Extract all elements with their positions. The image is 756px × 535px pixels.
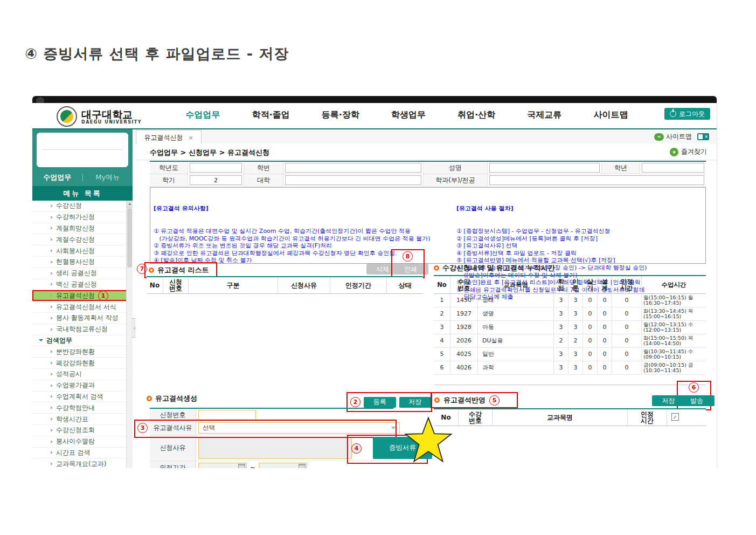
notice-line: ① [종합정보시스템] - 수업업무 - 신청업무 - 유고결석신청 [456,228,702,235]
sidebar-menu-item[interactable]: 국내학점교류신청 [32,324,133,335]
sidebar-menu-item[interactable]: 수강신청 [32,201,133,212]
sidebar-menu-item[interactable]: 백신 공결신청 [32,279,133,291]
sidebar-tab-mymenu[interactable]: My메뉴 [83,173,133,182]
sidebar-menu-item[interactable]: 성적공시 [32,369,133,380]
cell-no: 6 [434,361,450,374]
cell-name: DU실용 [478,334,554,347]
sidebar-menu-item[interactable]: 계절수강신청 [32,234,133,245]
tab-bar: 유고결석신청 × ≡ 사이트맵 ✕ [136,129,717,145]
sidebar-menu-item[interactable]: 학생시간표 [32,414,133,425]
course-row: 3 1928 아동 3 3 0 0 0 월(12:00~13:15) 수(12:… [434,321,706,334]
sidebar-item-label: 백신 공결신청 [56,280,97,289]
period-end-input[interactable] [259,463,307,468]
nav-item[interactable]: 사이트맵 [593,109,628,121]
cell-credit: 3 [554,321,568,334]
sidebar-menu-item[interactable]: 사회봉사신청 [32,245,133,257]
favorite-label: 즐겨찾기 [681,147,707,156]
close-icon[interactable]: × [188,134,193,141]
student-id-input[interactable] [285,163,421,173]
college-input[interactable] [285,175,421,185]
nav-item[interactable]: 학적·졸업 [252,109,290,121]
cell-time: 화(13:30~14:45) 목(15:00~16:15) [642,307,706,320]
select-all-checkbox[interactable]: ✓ [671,413,679,421]
arrow-icon [51,294,53,297]
notice-line: ③ [유고결석사유] 선택 [456,242,702,250]
sidebar-menu-item[interactable]: 유고결석신청서 서식 [32,301,133,313]
sidebar-menu-item[interactable]: 수업계획서 검색 [32,392,133,403]
annotation-circle-5: 5 [489,395,500,406]
favorite-button[interactable]: ★ 즐겨찾기 [670,147,707,156]
grade-input[interactable] [642,163,704,173]
sidebar-item-label: 검색업무 [46,336,72,345]
sidebar-menu-item[interactable]: 봉사 활동계획서 작성 [32,313,133,324]
arrow-icon [51,406,53,409]
save-button[interactable]: 저장 [399,397,432,408]
sidebar-menu-item[interactable]: 생리 공결신청 [32,268,133,279]
send-button[interactable]: 발송 [679,395,715,406]
annotation-box-apply: 유고결석반영 5 [431,392,518,408]
calendar-icon[interactable] [238,464,245,468]
close-all-windows-icon[interactable]: ✕ [697,133,709,140]
sidebar-item-label: 봉사 활동계획서 작성 [56,313,119,323]
register-button[interactable]: 등록 [364,397,396,408]
sidebar-item-label: 봉사이수열람 [56,437,95,446]
sidebar-menu-item[interactable]: 분반강좌현황 [32,346,133,358]
logout-button[interactable]: 로그아웃 [664,108,710,120]
sidebar-menu-item[interactable]: 시간표 검색 [32,448,133,459]
apply-no-input[interactable] [198,410,256,420]
scroll-up-icon[interactable] [127,201,133,208]
notice-line: ④ [증빙서류]선택 후 파일 업로드 - 저장 클릭 [456,250,702,257]
column-header: 실 기 [583,276,598,293]
scroll-thumb[interactable] [127,208,132,268]
sidebar-menu-item[interactable]: 봉사이수열람 [32,436,133,448]
cell-no: 1 [434,294,450,307]
period-start-input[interactable] [198,463,247,468]
course-table-title: 수강신청내역 및 유고결석 누적시간 [434,263,555,273]
sidebar-tab-work[interactable]: 수업업무 [32,173,82,182]
nav-item[interactable]: 수업업무 [186,109,220,121]
sidebar-menu-item[interactable]: 수강허가신청 [32,212,133,223]
column-header: 수업시간 [642,276,706,293]
sidebar-menu-item[interactable]: 계절희망신청 [32,223,133,235]
breadcrumb-row: 수업업무 > 신청업무 > 유고결석신청 ★ 즐겨찾기 [136,144,717,160]
page-title: ④ 증빙서류 선택 후 파일업로드 - 저장 [25,44,289,64]
tab-absence-application[interactable]: 유고결석신청 × [136,130,202,145]
divider [42,149,123,150]
sidebar-item-label: 생리 공결신청 [56,269,97,278]
cell-credit: 2 [554,334,568,347]
nav-item[interactable]: 학생업무 [391,109,426,121]
sidebar-menu-item[interactable]: 수강학점안내 [32,402,133,414]
annotation-circle-8: 8 [403,251,413,262]
semester-input[interactable]: 2 [190,175,242,185]
main-nav: 수업업무학적·졸업등록·장학학생업무취업·산학국제교류사이트맵 [170,103,644,127]
column-header: No [434,276,450,293]
major-input[interactable] [489,175,704,185]
sidebar-menu-item[interactable]: 수업평가결과 [32,380,133,392]
notice-right-title: [유고결석 사용 절차] [456,205,702,212]
cell-no: 4 [434,334,450,347]
section-bullet-icon [434,397,440,403]
sidebar-menu-item[interactable]: 유고결석신청 1 [32,290,133,301]
cell-practice: 0 [583,307,598,320]
sidebar-menu-item[interactable]: 폐강강좌현황 [32,358,133,369]
sidebar-menu-item[interactable]: 수강신청조회 [32,425,133,436]
sidebar-menu-item[interactable]: 교과목개요(교과) [32,458,133,468]
sidebar-menu-item[interactable]: 헌혈봉사신청 [32,257,133,268]
cell-code: 1450 [450,294,478,307]
nav-item[interactable]: 등록·장학 [322,109,359,121]
sitemap-link[interactable]: ≡ 사이트맵 [654,132,692,141]
calendar-icon[interactable] [299,464,306,468]
nav-item[interactable]: 국제교류 [527,109,561,121]
name-input[interactable] [489,163,600,173]
cell-practice: 0 [583,321,598,334]
arrow-icon [51,361,53,365]
cell-theory: 3 [568,294,583,307]
cell-theory: 3 [568,361,583,374]
nav-item[interactable]: 취업·산학 [457,109,495,121]
sidebar-item-label: 수강신청 [56,201,82,210]
year-input[interactable] [190,163,242,173]
reason-textarea[interactable] [198,437,352,459]
absence-list-header: No신청 번호구분신청사유인정기간상태 [147,276,423,294]
sidebar: 수업업무 My메뉴 메뉴 목록 수강신청 수강허가신청 계절희망신청 [32,129,133,468]
sidebar-menu-item[interactable]: 검색업무 [32,335,133,347]
